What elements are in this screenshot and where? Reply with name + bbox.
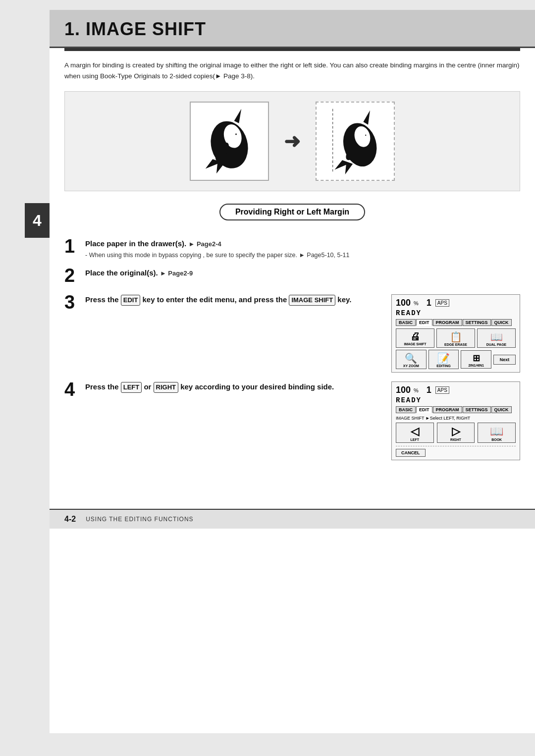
panel-2-buttons: ◁ LEFT ▷ RIGHT 📖 BOOK bbox=[396, 423, 516, 443]
panel-btn-2in1-4in1[interactable]: ⊞ 2IN1/4IN1 bbox=[461, 350, 491, 369]
orca-shifted-svg bbox=[323, 107, 387, 176]
footer-page-num: 4-2 bbox=[64, 515, 76, 524]
panel-tab-edit[interactable]: EDIT bbox=[416, 319, 432, 326]
svg-point-6 bbox=[235, 134, 237, 135]
step-1-number: 1 bbox=[64, 236, 85, 257]
shifted-image-box bbox=[316, 102, 395, 181]
page-header: 1. IMAGE SHIFT bbox=[50, 10, 535, 48]
panel-btn-right[interactable]: ▷ RIGHT bbox=[437, 423, 475, 443]
panel-2-shift-text: IMAGE SHIFT ►Select LEFT, RIGHT bbox=[396, 416, 516, 421]
image-demo: ➜ bbox=[64, 91, 520, 191]
arrow-icon: ➜ bbox=[284, 130, 301, 153]
footer-text: USING THE EDITING FUNCTIONS bbox=[86, 516, 193, 523]
step-3-left: 3 Press the EDIT key to enter the edit m… bbox=[64, 294, 381, 313]
panel-2-tab-basic[interactable]: BASIC bbox=[396, 406, 416, 413]
edit-key: EDIT bbox=[121, 295, 141, 306]
panel-2-tab-edit[interactable]: EDIT bbox=[416, 406, 432, 413]
panel-1-row2: 🔍 XY ZOOM 📝 EDITING ⊞ 2IN1/4IN1 Next bbox=[396, 350, 516, 369]
step-3-content: Press the EDIT key to enter the edit men… bbox=[85, 294, 381, 306]
svg-marker-10 bbox=[334, 160, 353, 174]
step-4-content: Press the LEFT or RIGHT key according to… bbox=[85, 381, 381, 393]
panel-1-num: 1 bbox=[427, 298, 431, 308]
step-3-container: 3 Press the EDIT key to enter the edit m… bbox=[64, 294, 520, 373]
panel-2-cancel-area: CANCEL bbox=[396, 446, 516, 457]
ui-panel-1: 100 % 1 APS READY BASIC EDIT PROGRAM SET… bbox=[391, 294, 520, 373]
svg-point-13 bbox=[365, 135, 366, 136]
panel-tab-program[interactable]: PROGRAM bbox=[433, 319, 462, 326]
panel-btn-edge-erase[interactable]: 📋 EDGE ERASE bbox=[436, 328, 475, 348]
section-label-container: Providing Right or Left Margin bbox=[64, 204, 520, 229]
step-3-number: 3 bbox=[64, 292, 85, 313]
step-1: 1 Place paper in the drawer(s). ► Page2-… bbox=[64, 238, 520, 260]
panel-2-aps: APS bbox=[435, 386, 449, 394]
step-4-number: 4 bbox=[64, 379, 85, 400]
panel-btn-dual-page[interactable]: 📖 DUAL PAGE bbox=[477, 328, 516, 348]
step-2-main: Place the original(s). ► Page2-9 bbox=[85, 268, 520, 279]
panel-2-pct-sym: % bbox=[414, 387, 419, 393]
right-key: RIGHT bbox=[154, 382, 178, 393]
panel-2-tab-program[interactable]: PROGRAM bbox=[433, 406, 462, 413]
panel-2-tab-quick[interactable]: QUICK bbox=[491, 406, 512, 413]
panel-1-aps: APS bbox=[435, 299, 449, 307]
step-4-main: Press the LEFT or RIGHT key according to… bbox=[85, 381, 381, 393]
panel-btn-image-shift[interactable]: 🖨 IMAGE SHIFT bbox=[396, 328, 434, 348]
content: A margin for binding is created by shift… bbox=[50, 51, 535, 479]
svg-marker-9 bbox=[363, 110, 370, 125]
step-1-main: Place paper in the drawer(s). ► Page2-4 bbox=[85, 238, 520, 250]
panel-2-percent: 100 bbox=[396, 385, 411, 395]
panel-btn-cancel[interactable]: CANCEL bbox=[396, 449, 426, 457]
panel-1-pct-sym: % bbox=[414, 300, 419, 306]
panel-2-tabs: BASIC EDIT PROGRAM SETTINGS QUICK bbox=[396, 406, 516, 413]
intro-text: A margin for binding is created by shift… bbox=[64, 60, 520, 81]
page: 4 1. IMAGE SHIFT A margin for binding is… bbox=[50, 10, 535, 733]
panel-2-num: 1 bbox=[427, 385, 431, 395]
svg-marker-2 bbox=[234, 109, 241, 123]
step-1-sub: - When using this mode in bypass copying… bbox=[85, 251, 520, 260]
panel-1-tabs: BASIC EDIT PROGRAM SETTINGS QUICK bbox=[396, 319, 516, 326]
panel-tab-quick[interactable]: QUICK bbox=[491, 319, 512, 326]
step-2: 2 Place the original(s). ► Page2-9 bbox=[64, 268, 520, 286]
step-2-content: Place the original(s). ► Page2-9 bbox=[85, 268, 520, 279]
panel-btn-book[interactable]: 📖 BOOK bbox=[478, 423, 516, 443]
step-4: 4 Press the LEFT or RIGHT key according … bbox=[64, 381, 381, 400]
panel-btn-xy-zoom[interactable]: 🔍 XY ZOOM bbox=[396, 350, 427, 369]
page-title: 1. IMAGE SHIFT bbox=[64, 19, 520, 40]
step-4-container: 4 Press the LEFT or RIGHT key according … bbox=[64, 381, 520, 460]
panel-btn-editing[interactable]: 📝 EDITING bbox=[428, 350, 459, 369]
original-image-box bbox=[190, 102, 269, 181]
step-3: 3 Press the EDIT key to enter the edit m… bbox=[64, 294, 381, 313]
panel-2-status-row: 100 % 1 APS bbox=[396, 385, 516, 395]
page-footer: 4-2 USING THE EDITING FUNCTIONS bbox=[50, 509, 535, 529]
panel-btn-left[interactable]: ◁ LEFT bbox=[396, 423, 434, 443]
panel-1-status-row: 100 % 1 APS bbox=[396, 298, 516, 308]
panel-2-tab-settings[interactable]: SETTINGS bbox=[463, 406, 491, 413]
orca-original-svg bbox=[197, 107, 262, 176]
ui-panel-2: 100 % 1 APS READY BASIC EDIT PROGRAM SET… bbox=[391, 381, 520, 460]
section-label: Providing Right or Left Margin bbox=[219, 204, 365, 220]
step-2-number: 2 bbox=[64, 266, 85, 286]
panel-1-row1: 🖨 IMAGE SHIFT 📋 EDGE ERASE 📖 DUAL PAGE bbox=[396, 328, 516, 348]
panel-2-ready: READY bbox=[396, 396, 516, 404]
image-shift-key: IMAGE SHIFT bbox=[289, 295, 335, 306]
step-4-panel: 100 % 1 APS READY BASIC EDIT PROGRAM SET… bbox=[391, 381, 520, 460]
panel-1-percent: 100 bbox=[396, 298, 411, 308]
panel-1-ready: READY bbox=[396, 309, 516, 317]
step-3-main: Press the EDIT key to enter the edit men… bbox=[85, 294, 381, 306]
step-4-left: 4 Press the LEFT or RIGHT key according … bbox=[64, 381, 381, 400]
left-key: LEFT bbox=[121, 382, 142, 393]
side-tab: 4 bbox=[25, 203, 50, 238]
step-3-panel: 100 % 1 APS READY BASIC EDIT PROGRAM SET… bbox=[391, 294, 520, 373]
step-1-content: Place paper in the drawer(s). ► Page2-4 … bbox=[85, 238, 520, 260]
panel-tab-basic[interactable]: BASIC bbox=[396, 319, 416, 326]
panel-btn-next[interactable]: Next bbox=[493, 355, 516, 365]
panel-tab-settings[interactable]: SETTINGS bbox=[463, 319, 491, 326]
